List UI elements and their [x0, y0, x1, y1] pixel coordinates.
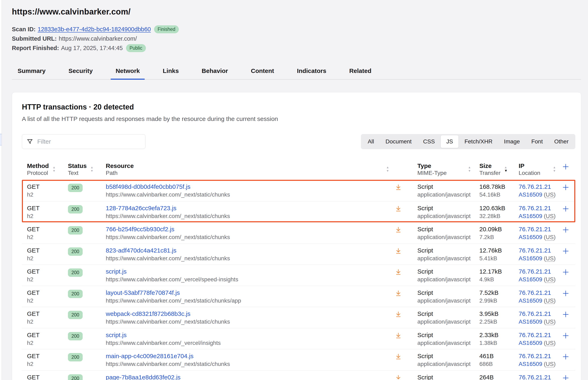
- asn-link[interactable]: AS16509: [519, 319, 542, 325]
- expand-row-icon[interactable]: [562, 183, 570, 191]
- expand-row-icon[interactable]: [562, 268, 570, 276]
- tab[interactable]: Links: [158, 65, 184, 79]
- cell-add: [562, 183, 575, 199]
- cell-download: [395, 352, 412, 368]
- type-filter-chip[interactable]: Fetch/XHR: [459, 135, 498, 148]
- download-icon[interactable]: [395, 268, 402, 275]
- resource-link[interactable]: 766-b254f9cc5b930cf2.js: [106, 226, 174, 232]
- type-value: Script: [417, 289, 477, 297]
- resource-link[interactable]: 128-7784a26cc9efa723.js: [106, 205, 176, 211]
- asn-link[interactable]: AS16509: [519, 213, 542, 219]
- ip-link[interactable]: 76.76.21.21: [519, 247, 551, 254]
- sort-desc-icon-active: ▼: [504, 169, 508, 173]
- filter-input[interactable]: [37, 138, 135, 145]
- download-icon[interactable]: [395, 332, 402, 339]
- card-title: HTTP transactions · 20 detected: [22, 103, 575, 111]
- sort-control-resource[interactable]: ▲▼: [386, 166, 389, 173]
- status-badge: 200: [68, 247, 83, 256]
- resource-link[interactable]: script.js: [106, 268, 127, 275]
- cell-add: [562, 310, 575, 326]
- expand-row-icon[interactable]: [562, 332, 570, 340]
- tab[interactable]: Security: [64, 65, 98, 79]
- expand-row-icon[interactable]: [562, 374, 570, 380]
- scan-id-link[interactable]: 12833e3b-e477-4d2b-bc94-1824900dbb60: [38, 26, 151, 33]
- ip-link[interactable]: 76.76.21.21: [519, 205, 551, 211]
- mime-value: application/javascript: [417, 212, 477, 220]
- scan-meta: Scan ID:12833e3b-e477-4d2b-bc94-1824900d…: [12, 24, 581, 53]
- asn-link[interactable]: AS16509: [519, 276, 542, 283]
- resource-link[interactable]: script.js: [106, 332, 127, 338]
- asn-link[interactable]: AS16509: [519, 340, 542, 346]
- download-icon[interactable]: [395, 374, 402, 380]
- resource-link[interactable]: layout-53abf778fe70874f.js: [106, 289, 180, 296]
- underlying-page-button-sliver: [0, 134, 2, 146]
- asn-link[interactable]: AS16509: [519, 191, 542, 198]
- filter-box[interactable]: [22, 134, 146, 149]
- asn-link[interactable]: AS16509: [519, 298, 542, 304]
- resource-link[interactable]: main-app-c4c009e28161e704.js: [106, 353, 193, 359]
- tab[interactable]: Content: [246, 65, 279, 79]
- expand-row-icon[interactable]: [562, 247, 570, 255]
- sort-control-size[interactable]: ▲▼: [504, 166, 508, 173]
- expand-row-icon[interactable]: [562, 226, 570, 234]
- expand-row-icon[interactable]: [562, 205, 570, 213]
- type-filter-chip[interactable]: Document: [380, 135, 417, 148]
- type-filter-chip[interactable]: All: [362, 135, 380, 148]
- tab[interactable]: Related: [344, 65, 376, 79]
- ip-link[interactable]: 76.76.21.21: [519, 332, 551, 338]
- download-icon[interactable]: [395, 226, 402, 233]
- ip-link[interactable]: 76.76.21.21: [519, 353, 551, 359]
- sort-control-method[interactable]: ▲▼: [53, 166, 56, 173]
- resource-link[interactable]: b58f498d-d0b0d4fe0cbb075f.js: [106, 183, 190, 190]
- type-filter-chip[interactable]: JS: [441, 135, 459, 148]
- expand-row-icon[interactable]: [562, 289, 570, 298]
- tab[interactable]: Summary: [13, 65, 51, 79]
- download-icon[interactable]: [395, 311, 402, 318]
- sort-control-type[interactable]: ▲▼: [468, 166, 471, 173]
- resource-link[interactable]: webpack-cd8321f872b68b3c.js: [106, 310, 190, 317]
- cell-ip: 76.76.21.21 AS16509 (US): [518, 310, 562, 326]
- cell-type: Script application/javascript: [412, 225, 477, 241]
- ip-link[interactable]: 76.76.21.21: [519, 374, 551, 380]
- asn-link[interactable]: AS16509: [519, 361, 542, 367]
- cell-size: 264B 487B: [477, 374, 518, 380]
- tab[interactable]: Network: [111, 65, 145, 79]
- country-code: (US): [544, 298, 556, 304]
- ip-link[interactable]: 76.76.21.21: [519, 310, 551, 317]
- resource-path: https://www.calvinbarker.com/_next/stati…: [106, 212, 395, 220]
- asn-link[interactable]: AS16509: [519, 234, 542, 240]
- asn-link[interactable]: AS16509: [519, 255, 542, 262]
- protocol-value: h2: [27, 339, 68, 347]
- add-column-icon[interactable]: [562, 163, 570, 171]
- type-filter-chip[interactable]: Other: [548, 135, 574, 148]
- transfer-value: 4.9kB: [479, 276, 518, 283]
- protocol-value: h2: [27, 276, 68, 283]
- download-icon[interactable]: [395, 184, 402, 190]
- method-value: GET: [27, 225, 68, 233]
- download-icon[interactable]: [395, 205, 402, 212]
- type-filter-chip[interactable]: Image: [498, 135, 525, 148]
- ip-link[interactable]: 76.76.21.21: [519, 268, 551, 275]
- resource-path: https://www.calvinbarker.com/_next/stati…: [106, 361, 395, 368]
- type-filter-chip[interactable]: CSS: [417, 135, 441, 148]
- download-icon[interactable]: [395, 290, 402, 297]
- resource-link[interactable]: 823-adf470dc4a421c81.js: [106, 247, 176, 254]
- status-badge: 200: [68, 332, 83, 340]
- sort-control-status[interactable]: ▲▼: [90, 166, 93, 173]
- tab[interactable]: Behavior: [197, 65, 233, 79]
- cell-ip: 76.76.21.21 AS16509 (US): [518, 204, 562, 220]
- download-icon[interactable]: [395, 353, 402, 360]
- download-icon[interactable]: [395, 247, 402, 254]
- protocol-value: h2: [27, 233, 68, 241]
- ip-link[interactable]: 76.76.21.21: [519, 289, 551, 296]
- tab[interactable]: Indicators: [292, 65, 331, 79]
- cell-status: 200: [68, 225, 106, 241]
- sort-control-ip[interactable]: ▲▼: [553, 166, 556, 173]
- ip-link[interactable]: 76.76.21.21: [519, 226, 551, 232]
- expand-row-icon[interactable]: [562, 310, 570, 319]
- ip-link[interactable]: 76.76.21.21: [519, 183, 551, 190]
- country-code: (US): [544, 255, 556, 262]
- resource-link[interactable]: page-7b8aa1e8dd63fe02.js: [106, 374, 180, 380]
- expand-row-icon[interactable]: [562, 353, 570, 361]
- type-filter-chip[interactable]: Font: [525, 135, 548, 148]
